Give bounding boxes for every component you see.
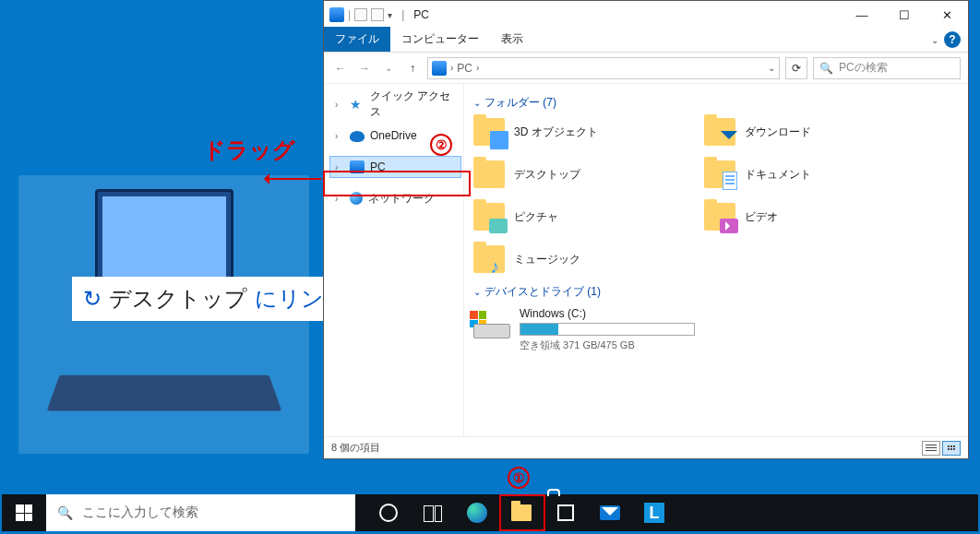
taskbar: 🔍 ここに入力して検索 L <box>2 494 978 531</box>
taskview-button[interactable] <box>411 494 455 531</box>
titlebar-app-icon <box>329 7 344 22</box>
chevron-down-icon: ⌄ <box>473 98 481 108</box>
folder-videos[interactable]: ビデオ <box>704 203 935 231</box>
drive-label: Windows (C:) <box>520 307 695 320</box>
nav-up[interactable]: ↑ <box>403 62 422 75</box>
folder-music[interactable]: ミュージック <box>473 245 704 273</box>
crumb-caret-icon[interactable]: › <box>476 63 479 73</box>
titlebar[interactable]: | ▾ | PC — ☐ ✕ <box>324 1 968 29</box>
download-arrow-icon <box>721 131 737 148</box>
annotation-callout-1: ① <box>508 467 530 489</box>
tree-quick-access[interactable]: › ★ クイック アクセス <box>328 93 460 115</box>
nav-forward[interactable]: → <box>355 62 374 75</box>
drive-c[interactable]: Windows (C:) 空き領域 371 GB/475 GB <box>473 307 959 352</box>
ribbon-tab-file[interactable]: ファイル <box>324 27 390 52</box>
taskbar-store[interactable] <box>544 494 588 531</box>
drag-label: ドラッグ <box>203 136 295 165</box>
link-arrow-icon: ↻ <box>83 286 102 312</box>
folder-pictures[interactable]: ピクチャ <box>473 203 704 231</box>
document-icon <box>723 172 737 190</box>
taskbar-edge[interactable] <box>455 494 499 531</box>
maximize-button[interactable]: ☐ <box>883 1 926 29</box>
folder-documents[interactable]: ドキュメント <box>704 160 935 188</box>
address-dropdown-icon[interactable]: ⌄ <box>768 63 775 73</box>
drive-usage-bar <box>520 323 695 336</box>
taskbar-search[interactable]: 🔍 ここに入力して検索 <box>46 494 355 531</box>
cloud-icon <box>350 131 365 142</box>
star-icon: ★ <box>350 97 365 112</box>
group-folders-header[interactable]: ⌄ フォルダー (7) <box>473 95 959 111</box>
chevron-right-icon[interactable]: › <box>335 100 344 110</box>
explorer-window: | ▾ | PC — ☐ ✕ ファイル コンピューター 表示 ⌄ ? ← → ⌄… <box>323 0 969 459</box>
search-icon: 🔍 <box>819 62 833 75</box>
picture-icon <box>489 219 508 233</box>
ribbon-tab-view[interactable]: 表示 <box>490 27 534 52</box>
cortana-button[interactable] <box>366 494 411 531</box>
qat-properties-icon[interactable] <box>354 8 367 21</box>
annotation-box-2 <box>323 171 471 196</box>
qat-separator: | <box>348 8 351 21</box>
crumb-pc[interactable]: PC <box>457 62 472 75</box>
search-placeholder: PCの検索 <box>839 60 888 76</box>
nav-back[interactable]: ← <box>331 62 350 75</box>
taskbar-search-placeholder: ここに入力して検索 <box>82 504 198 521</box>
ribbon-expand-icon[interactable]: ⌄ <box>931 35 938 45</box>
annotation-callout-2: ② <box>430 134 452 156</box>
drag-arrow <box>266 178 321 180</box>
windows-logo-icon <box>16 504 32 521</box>
drive-icon <box>473 324 510 338</box>
view-details-button[interactable] <box>922 441 940 456</box>
annotation-box-1 <box>499 494 545 531</box>
l-app-icon: L <box>644 503 664 523</box>
taskview-icon <box>424 505 442 520</box>
search-icon: 🔍 <box>57 505 73 520</box>
cube-icon <box>490 131 508 149</box>
drive-free-text: 空き領域 371 GB/475 GB <box>520 338 695 352</box>
taskbar-mail[interactable] <box>588 494 632 531</box>
mail-icon <box>600 505 620 520</box>
taskbar-l-app[interactable]: L <box>632 494 676 531</box>
help-icon[interactable]: ? <box>944 31 961 48</box>
chevron-down-icon: ⌄ <box>473 287 481 297</box>
qat-newfolder-icon[interactable] <box>371 8 384 21</box>
refresh-button[interactable]: ⟳ <box>785 57 807 79</box>
crumb-pc-icon <box>432 61 447 76</box>
store-icon <box>557 504 574 521</box>
close-button[interactable]: ✕ <box>926 1 968 29</box>
folder-desktop[interactable]: デスクトップ <box>473 160 704 188</box>
statusbar: 8 個の項目 <box>324 436 968 458</box>
folder-downloads[interactable]: ダウンロード <box>704 118 935 146</box>
crumb-caret-icon[interactable]: › <box>450 63 453 73</box>
search-box[interactable]: 🔍 PCの検索 <box>813 57 961 79</box>
music-icon <box>494 260 507 277</box>
view-icons-button[interactable] <box>942 441 961 456</box>
status-item-count: 8 個の項目 <box>331 441 380 455</box>
chevron-right-icon[interactable]: › <box>335 131 344 141</box>
start-button[interactable] <box>2 494 46 531</box>
window-title: PC <box>413 8 429 21</box>
address-bar[interactable]: › PC › ⌄ <box>427 57 780 79</box>
qat-customize-icon[interactable]: ▾ <box>388 10 392 20</box>
content-pane: ⌄ フォルダー (7) 3D オブジェクト ダウンロード デスクトップ <box>464 84 968 436</box>
folder-3dobjects[interactable]: 3D オブジェクト <box>473 118 704 146</box>
nav-row: ← → ⌄ ↑ › PC › ⌄ ⟳ 🔍 PCの検索 <box>324 53 968 84</box>
nav-history-icon[interactable]: ⌄ <box>379 63 398 73</box>
minimize-button[interactable]: — <box>841 1 883 29</box>
ribbon-tab-computer[interactable]: コンピューター <box>390 27 490 52</box>
group-drives-header[interactable]: ⌄ デバイスとドライブ (1) <box>473 284 959 300</box>
ribbon: ファイル コンピューター 表示 ⌄ ? <box>324 29 968 53</box>
edge-icon <box>467 503 487 523</box>
video-icon <box>720 219 738 233</box>
circle-icon <box>379 504 398 522</box>
